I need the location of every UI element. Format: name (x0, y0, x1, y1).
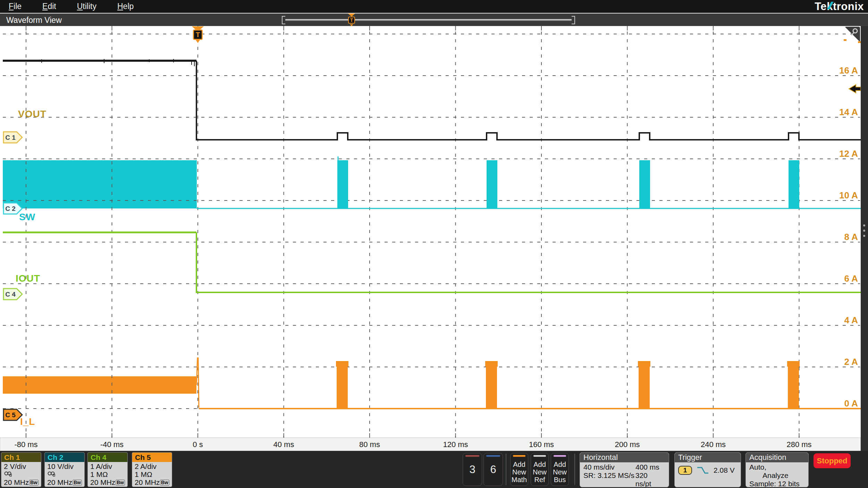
channel-3-color-stripe (465, 455, 479, 457)
channel-badge-c2[interactable]: C 2 (3, 202, 23, 215)
trigger-level-value: 2.08 V (714, 466, 735, 474)
channel-card-header: Ch 1 (1, 453, 41, 462)
acquisition-sample-bits: Sample: 12 bits (749, 480, 805, 487)
time-axis-strip (0, 438, 861, 451)
add-new-bus-label: Add New Bus (551, 461, 568, 483)
trigger-marker-t-label: T (193, 29, 203, 40)
bandwidth-limit-badge: Bw (73, 480, 82, 486)
channel-bandwidth: 20 MHz (47, 478, 72, 486)
acquisition-analyze: Analyze (762, 471, 789, 479)
zoom-corner-tick-icon (858, 41, 861, 43)
trigger-level-arrow-icon[interactable] (849, 85, 861, 93)
channel-impedance: 1 MΩ (90, 470, 125, 478)
trace-il-pre-band (3, 376, 196, 394)
bandwidth-limit-badge: Bw (29, 480, 39, 486)
trace-vout (3, 59, 867, 140)
channel-bandwidth: 20 MHz (90, 478, 115, 486)
falling-edge-icon (696, 466, 709, 475)
channel-card-ch2[interactable]: Ch 2 10 V/div 20 MHz Bw (44, 452, 85, 487)
channel-badge-c4[interactable]: C 4 (3, 288, 23, 300)
channel-card-header: Ch 2 (45, 453, 84, 462)
channel-3-button[interactable]: 3 (463, 453, 482, 486)
svg-text:C 2: C 2 (5, 205, 16, 212)
channel-impedance: 1 MΩ (135, 470, 169, 478)
x-axis-label: 120 ms (443, 440, 468, 449)
menu-edit[interactable]: Edit (42, 2, 56, 11)
y-axis-label: 4 A (844, 315, 858, 325)
bus-color-stripe (554, 455, 566, 457)
menu-help[interactable]: Help (117, 2, 134, 11)
channel-card-ch1[interactable]: Ch 1 2 V/div 20 MHz Bw (1, 452, 41, 487)
channel-bandwidth: 20 MHz (135, 478, 160, 486)
x-axis-label: 200 ms (615, 440, 640, 449)
x-axis-label: 280 ms (786, 440, 811, 449)
y-axis-label: 6 A (844, 273, 858, 284)
x-axis-label: 160 ms (529, 440, 554, 449)
trace-sw-pre-band (3, 160, 197, 208)
y-axis-label: 16 A (839, 65, 858, 76)
x-axis-label: 0 s (193, 440, 203, 449)
run-stop-status-button[interactable]: Stopped (814, 453, 851, 468)
bandwidth-limit-badge: Bw (160, 480, 169, 486)
divider (574, 454, 575, 485)
channel-badge-c5[interactable]: C 5 (3, 409, 23, 421)
view-title: Waveform View (6, 16, 62, 25)
channel-card-header: Ch 4 (88, 453, 127, 462)
channel-scale: 1 A/div (90, 462, 125, 470)
acquisition-panel-header: Acquisition (746, 453, 808, 462)
channel-badge-c1[interactable]: C 1 (3, 131, 23, 144)
y-axis-label: 8 A (844, 232, 858, 242)
divider (506, 454, 506, 485)
zoom-corner-tick-icon (844, 39, 846, 41)
y-axis-label: 0 A (844, 398, 858, 409)
waveform-view-title-bar: Waveform View T (0, 13, 868, 26)
x-axis-label: 80 ms (359, 440, 380, 449)
sample-interval: 320 ns/pt (635, 471, 665, 487)
trigger-panel-header: Trigger (675, 453, 741, 462)
zoom-overview-button[interactable] (845, 27, 860, 42)
svg-text:C 5: C 5 (5, 411, 16, 419)
channel-card-header: Ch 5 (132, 453, 172, 462)
trigger-position-marker[interactable]: T (192, 26, 204, 45)
channel-6-label: 6 (490, 463, 496, 476)
slider-right-bracket-icon (572, 16, 575, 24)
channel-bandwidth: 20 MHz (4, 478, 29, 486)
horizontal-panel-header: Horizontal (580, 453, 669, 462)
channel-card-ch5[interactable]: Ch 5 2 A/div 1 MΩ 20 MHz Bw (132, 452, 172, 487)
add-new-math-button[interactable]: Add New Math (510, 453, 528, 486)
bandwidth-limit-badge: Bw (116, 480, 125, 486)
channel-6-button[interactable]: 6 (483, 453, 503, 486)
slider-left-bracket-icon (282, 16, 285, 24)
channel-card-ch4[interactable]: Ch 4 1 A/div 1 MΩ 20 MHz Bw (87, 452, 128, 487)
x-axis-label: 240 ms (701, 440, 726, 449)
drawer-grip-icon (863, 224, 865, 237)
y-axis-label: 10 A (839, 190, 858, 200)
x-axis-label: 40 ms (273, 440, 294, 449)
channel-label-iout: IOUT (16, 273, 40, 284)
trigger-panel[interactable]: Trigger 1 2.08 V (674, 452, 741, 487)
channel-3-label: 3 (469, 463, 475, 476)
slider-track[interactable] (285, 19, 572, 21)
slider-trigger-handle[interactable]: T (347, 15, 356, 25)
tektronix-logo: Tektronix (815, 0, 864, 13)
x-axis-label: -40 ms (100, 440, 124, 449)
settings-bar: Ch 1 2 V/div 20 MHz Bw Ch 2 10 V/div (0, 451, 868, 488)
probe-icon (47, 470, 56, 477)
magnifier-icon (850, 28, 859, 37)
horizontal-scale: 40 ms/div (583, 463, 635, 471)
acquisition-panel[interactable]: Acquisition Auto, Analyze Sample: 12 bit… (745, 452, 809, 487)
probe-row (4, 470, 39, 478)
horizontal-window: 400 ms (635, 463, 659, 471)
channel-label-vout: VOUT (18, 109, 47, 120)
horizontal-position-slider[interactable]: T (282, 15, 575, 25)
results-drawer-handle[interactable] (861, 26, 868, 451)
channel-6-color-stripe (486, 455, 500, 457)
slider-handle-t-label: T (348, 17, 355, 24)
menu-file[interactable]: File (9, 2, 22, 11)
sample-rate: SR: 3.125 MS/s (583, 471, 635, 487)
y-axis-label: 12 A (839, 148, 858, 159)
add-new-ref-button[interactable]: Add New Ref (531, 453, 549, 486)
menu-utility[interactable]: Utility (77, 2, 96, 11)
horizontal-panel[interactable]: Horizontal 40 ms/div 400 ms SR: 3.125 MS… (580, 452, 669, 487)
add-new-bus-button[interactable]: Add New Bus (551, 453, 569, 486)
